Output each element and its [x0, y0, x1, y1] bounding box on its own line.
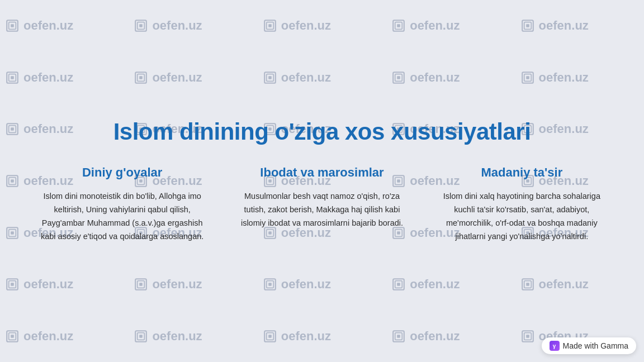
- gamma-badge[interactable]: γ Made with Gamma: [542, 337, 636, 354]
- column-1-title: Diniy g'oyalar: [82, 165, 162, 180]
- column-ibodat: Ibodat va marosimlar Musulmonlar besh va…: [233, 165, 410, 244]
- gamma-logo-icon: γ: [550, 341, 560, 351]
- gamma-badge-label: Made with Gamma: [563, 341, 628, 350]
- column-2-title: Ibodat va marosimlar: [260, 165, 383, 180]
- column-3-text: Islom dini xalq hayotining barcha sohala…: [433, 190, 610, 244]
- column-diniy: Diniy g'oyalar Islom dini monoteistik di…: [34, 165, 211, 244]
- column-3-title: Madaniy ta'sir: [481, 165, 562, 180]
- column-2-text: Musulmonlar besh vaqt namoz o'qish, ro'z…: [233, 190, 410, 230]
- page-title: Islom dinining o'ziga xos xususiyatlari: [113, 118, 531, 145]
- content-overlay: Islom dinining o'ziga xos xususiyatlari …: [0, 0, 644, 362]
- column-madaniy: Madaniy ta'sir Islom dini xalq hayotinin…: [433, 165, 610, 244]
- column-1-text: Islom dini monoteistik din bo'lib, Alloh…: [34, 190, 211, 244]
- columns-container: Diniy g'oyalar Islom dini monoteistik di…: [34, 165, 610, 244]
